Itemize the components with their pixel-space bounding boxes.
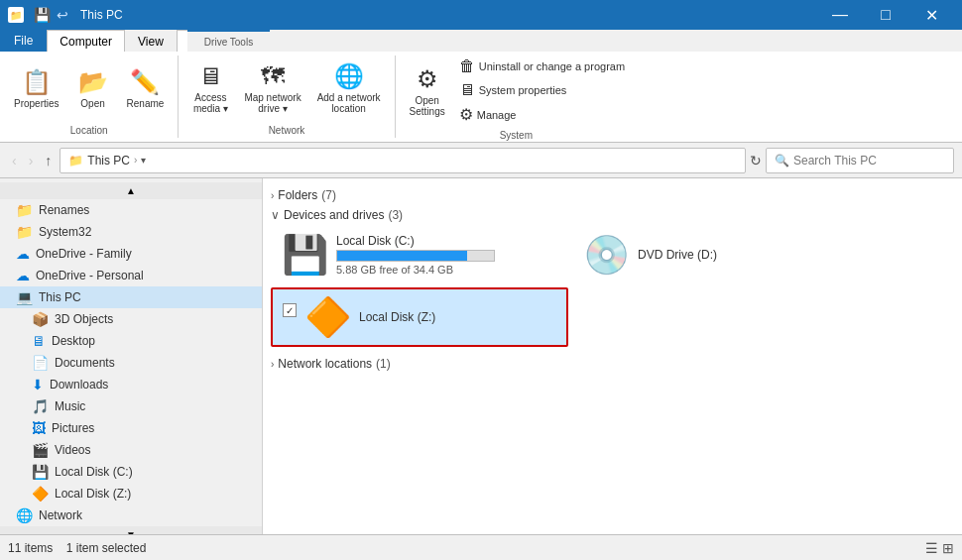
sidebar-item-local-disk-z[interactable]: 🔶 Local Disk (Z:) <box>0 483 262 504</box>
map-network-label: Map networkdrive ▾ <box>244 92 301 114</box>
minimize-button[interactable]: — <box>817 0 863 30</box>
device-dvd-d[interactable]: 💿 DVD Drive (D:) <box>572 226 870 283</box>
system-props-icon: 🖥 <box>459 81 475 99</box>
search-box[interactable]: 🔍 <box>766 148 954 173</box>
open-button[interactable]: 📂 Open <box>69 64 117 113</box>
sidebar-item-music[interactable]: 🎵 Music <box>0 395 262 417</box>
sidebar-item-label: Downloads <box>50 378 108 392</box>
network-section-header[interactable]: › Network locations (1) <box>271 355 954 375</box>
chevron-right-icon: › <box>271 190 274 201</box>
devices-section-header[interactable]: ∨ Devices and drives (3) <box>271 206 954 226</box>
open-settings-button[interactable]: ⚙ OpenSettings <box>404 56 451 126</box>
sidebar-item-label: Videos <box>55 443 90 457</box>
tab-computer[interactable]: Computer <box>47 30 125 52</box>
manage-button[interactable]: ⚙ Manage <box>455 103 629 126</box>
rename-button[interactable]: ✏️ Rename <box>121 64 171 113</box>
ribbon-tabs: Drive Tools File Computer View Manage <box>0 30 962 52</box>
sidebar-item-label: System32 <box>39 225 91 239</box>
maximize-button[interactable]: □ <box>863 0 908 30</box>
cloud-icon: ☁ <box>16 268 30 283</box>
sidebar-item-label: Desktop <box>52 334 95 348</box>
ribbon: 📋 Properties 📂 Open ✏️ Rename Location 🖥 <box>0 52 962 143</box>
window-title: This PC <box>80 8 123 22</box>
status-info: 11 items 1 item selected <box>8 541 146 555</box>
window-controls[interactable]: — □ ✕ <box>817 0 954 30</box>
3d-icon: 📦 <box>32 311 49 327</box>
sidebar-item-network[interactable]: 🌐 Network <box>0 504 262 526</box>
tab-file[interactable]: File <box>0 30 47 52</box>
folders-section-header[interactable]: › Folders (7) <box>271 186 954 206</box>
sidebar-item-videos[interactable]: 🎬 Videos <box>0 439 262 461</box>
back-button[interactable]: ‹ <box>8 151 21 170</box>
location-items: 📋 Properties 📂 Open ✏️ Rename <box>8 56 170 121</box>
properties-button[interactable]: 📋 Properties <box>8 64 65 113</box>
device-local-c[interactable]: 💾 Local Disk (C:) 5.88 GB free of 34.4 G… <box>271 226 568 283</box>
list-view-button[interactable]: ☰ <box>925 540 938 556</box>
disk-icon: 💾 <box>32 464 49 480</box>
breadcrumb-folder-icon: 📁 <box>68 154 83 168</box>
sidebar-item-this-pc[interactable]: 💻 This PC <box>0 286 262 308</box>
device-z-info: Local Disk (Z:) <box>359 310 435 324</box>
devices-section: ∨ Devices and drives (3) 💾 Local Disk (C… <box>271 206 954 347</box>
manage-label: Manage <box>477 109 517 121</box>
sidebar-item-label: Local Disk (C:) <box>55 465 133 479</box>
sidebar-item-pictures[interactable]: 🖼 Pictures <box>0 417 262 439</box>
sidebar-item-onedrive-family[interactable]: ☁ OneDrive - Family <box>0 243 262 265</box>
sidebar-item-documents[interactable]: 📄 Documents <box>0 352 262 374</box>
sidebar-item-system32[interactable]: 📁 System32 <box>0 221 262 243</box>
search-input[interactable] <box>793 154 945 168</box>
item-count: 11 items <box>8 541 53 555</box>
ribbon-section-network: 🖥 Accessmedia ▾ 🗺 Map networkdrive ▾ 🌐 A… <box>179 56 395 138</box>
map-network-button[interactable]: 🗺 Map networkdrive ▾ <box>238 58 306 118</box>
grid-view-button[interactable]: ⊞ <box>942 540 954 556</box>
access-media-label: Accessmedia ▾ <box>193 92 228 114</box>
ribbon-section-location: 📋 Properties 📂 Open ✏️ Rename Location <box>0 56 179 138</box>
undo-icon[interactable]: ↩ <box>57 7 68 23</box>
tab-view[interactable]: View <box>125 30 177 52</box>
rename-icon: ✏️ <box>130 68 160 96</box>
network-drive-icon: 🔶 <box>304 295 351 339</box>
address-path[interactable]: 📁 This PC › ▾ <box>60 148 746 173</box>
refresh-button[interactable]: ↻ <box>750 153 762 168</box>
save-icon[interactable]: 💾 <box>34 7 51 23</box>
add-network-icon: 🌐 <box>334 62 364 90</box>
sidebar-scroll-up[interactable]: ▲ <box>0 182 262 199</box>
device-c-name: Local Disk (C:) <box>336 234 495 248</box>
network-section: › Network locations (1) <box>271 355 954 375</box>
access-media-button[interactable]: 🖥 Accessmedia ▾ <box>186 58 234 118</box>
main-layout: ▲ 📁 Renames 📁 System32 ☁ OneDrive - Fami… <box>0 178 962 534</box>
add-network-button[interactable]: 🌐 Add a networklocation <box>311 58 387 118</box>
cloud-icon: ☁ <box>16 246 30 262</box>
title-bar: 📁 💾 ↩ This PC — □ ✕ <box>0 0 962 30</box>
open-settings-label: OpenSettings <box>410 95 445 117</box>
sidebar-scroll-down[interactable]: ▼ <box>0 526 262 534</box>
sidebar-item-onedrive-personal[interactable]: ☁ OneDrive - Personal <box>0 265 262 286</box>
pictures-icon: 🖼 <box>32 420 46 436</box>
sidebar-item-local-disk-c[interactable]: 💾 Local Disk (C:) <box>0 461 262 483</box>
uninstall-button[interactable]: 🗑 Uninstall or change a program <box>455 56 629 77</box>
map-network-icon: 🗺 <box>261 62 285 90</box>
sidebar-item-label: Renames <box>39 203 89 217</box>
sidebar-item-3d-objects[interactable]: 📦 3D Objects <box>0 308 262 330</box>
forward-button[interactable]: › <box>25 151 38 170</box>
quick-access[interactable]: 💾 ↩ <box>34 7 68 23</box>
sidebar-item-downloads[interactable]: ⬇ Downloads <box>0 374 262 395</box>
ribbon-area: Drive Tools File Computer View Manage 📋 … <box>0 30 962 143</box>
up-button[interactable]: ↑ <box>41 151 56 170</box>
network-locations-label: Network locations <box>278 357 372 371</box>
system-props-button[interactable]: 🖥 System properties <box>455 79 629 101</box>
network-label: Network <box>269 125 305 138</box>
sidebar-item-label: Local Disk (Z:) <box>55 487 131 501</box>
chevron-right-icon: › <box>271 359 274 370</box>
address-dropdown-button[interactable]: ▾ <box>141 155 146 166</box>
network-locations-count: (1) <box>376 357 391 371</box>
folders-label: Folders <box>278 188 317 202</box>
sidebar-item-desktop[interactable]: 🖥 Desktop <box>0 330 262 352</box>
sidebar-item-label: OneDrive - Personal <box>36 269 144 282</box>
properties-label: Properties <box>14 98 60 109</box>
close-button[interactable]: ✕ <box>908 0 954 30</box>
open-icon: 📂 <box>78 68 108 96</box>
folder-icon: 📁 <box>16 224 33 240</box>
device-local-z[interactable]: ✓ 🔶 Local Disk (Z:) <box>271 287 568 347</box>
sidebar-item-renames[interactable]: 📁 Renames <box>0 199 262 221</box>
